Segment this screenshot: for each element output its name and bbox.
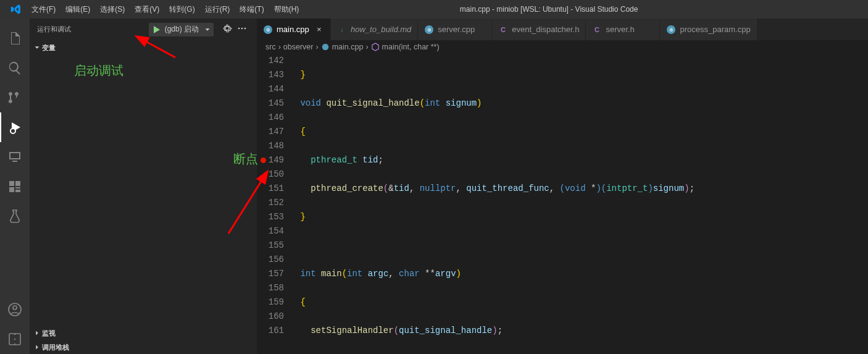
chevron-down-icon (32, 43, 42, 52)
section-watch-header[interactable]: 监视 (30, 326, 257, 340)
menu-edit[interactable]: 编辑(E) (61, 0, 95, 19)
section-variables-label: 变量 (42, 43, 56, 53)
svg-point-16 (322, 44, 328, 51)
vscode-logo-icon (5, 4, 27, 15)
start-debug-button[interactable] (149, 23, 164, 36)
menu-file[interactable]: 文件(F) (27, 0, 61, 19)
tab-main-cpp[interactable]: ⊕ main.cpp × (257, 19, 331, 40)
run-config-selector[interactable]: (gdb) 启动 (149, 23, 214, 36)
section-callstack: 调用堆栈 (30, 340, 257, 354)
svg-point-2 (13, 306, 17, 310)
breadcrumb[interactable]: src › observer › main.cpp › main(int, ch… (257, 40, 868, 54)
svg-point-5 (241, 28, 243, 30)
method-icon (371, 43, 380, 51)
tab-label: main.cpp (277, 25, 309, 34)
section-watch: 监视 (30, 326, 257, 340)
cpp-file-icon: ⊕ (263, 25, 273, 35)
explorer-icon[interactable] (0, 23, 30, 53)
activity-bar (0, 19, 30, 354)
source-control-icon[interactable] (0, 83, 30, 112)
svg-text:⊕: ⊕ (427, 27, 432, 33)
close-icon[interactable]: × (314, 25, 324, 34)
tab-label: event_dispatcher.h (512, 25, 579, 34)
menu-selection[interactable]: 选择(S) (95, 0, 130, 19)
window-title: main.cpp - miniob [WSL: Ubuntu] - Visual… (304, 5, 794, 14)
c-file-icon: C (592, 25, 602, 35)
code-editor[interactable]: 142 143 144 145 146 147 148 149 150 151 … (257, 54, 868, 354)
menu-bar: 文件(F) 编辑(E) 选择(S) 查看(V) 转到(G) 运行(R) 终端(T… (27, 0, 304, 19)
tab-label: server.h (606, 25, 634, 34)
sidebar: 运行和调试 (gdb) 启动 变量 (30, 19, 257, 354)
menu-help[interactable]: 帮助(H) (269, 0, 304, 19)
remote-explorer-icon[interactable] (0, 142, 30, 172)
crumb-file-label: main.cpp (332, 43, 364, 51)
cpp-file-icon: ⊕ (424, 25, 434, 35)
tab-server-cpp[interactable]: ⊕ server.cpp (418, 19, 492, 40)
gear-icon[interactable] (220, 23, 235, 35)
editor-area: ⊕ main.cpp × ↓ how_to_build.md ⊕ server.… (257, 19, 868, 354)
svg-point-4 (238, 28, 240, 30)
section-callstack-header[interactable]: 调用堆栈 (30, 340, 257, 354)
svg-text:C: C (595, 26, 599, 33)
menu-view[interactable]: 查看(V) (130, 0, 164, 19)
code-body[interactable]: } void quit_signal_handle(int signum) { … (295, 54, 868, 354)
menu-terminal[interactable]: 终端(T) (235, 0, 269, 19)
more-icon[interactable] (235, 23, 249, 35)
section-watch-label: 监视 (42, 329, 56, 338)
tab-how-to-build[interactable]: ↓ how_to_build.md (331, 19, 418, 40)
chevron-right-icon (32, 329, 42, 337)
crumb-observer[interactable]: observer (283, 43, 314, 51)
c-file-icon: C (498, 25, 508, 35)
manage-icon[interactable] (0, 324, 30, 354)
chevron-right-icon: › (315, 43, 318, 51)
chevron-right-icon: › (278, 43, 281, 51)
cpp-file-icon (321, 43, 330, 51)
tab-server-h[interactable]: C server.h (586, 19, 660, 40)
svg-point-0 (10, 129, 15, 133)
crumb-symbol-label: main(int, char **) (382, 43, 440, 51)
md-file-icon: ↓ (337, 25, 347, 35)
sidebar-header: 运行和调试 (gdb) 启动 (30, 19, 257, 40)
sidebar-title: 运行和调试 (37, 25, 149, 34)
chevron-down-icon[interactable] (201, 25, 214, 34)
svg-text:↓: ↓ (341, 27, 344, 33)
svg-point-6 (244, 28, 246, 30)
tab-label: process_param.cpp (680, 25, 750, 34)
svg-text:⊕: ⊕ (669, 27, 674, 33)
editor-tabs: ⊕ main.cpp × ↓ how_to_build.md ⊕ server.… (257, 19, 868, 40)
menu-run[interactable]: 运行(R) (200, 0, 235, 19)
title-bar: 文件(F) 编辑(E) 选择(S) 查看(V) 转到(G) 运行(R) 终端(T… (0, 0, 868, 19)
chevron-right-icon: › (365, 43, 368, 51)
breakpoint-icon[interactable] (261, 158, 266, 163)
tab-label: server.cpp (438, 25, 475, 34)
tab-label: how_to_build.md (351, 25, 411, 34)
testing-icon[interactable] (0, 201, 30, 231)
svg-text:C: C (501, 26, 506, 33)
extensions-icon[interactable] (0, 172, 30, 201)
cpp-file-icon: ⊕ (666, 25, 676, 35)
crumb-symbol[interactable]: main(int, char **) (371, 43, 440, 51)
line-gutter[interactable]: 142 143 144 145 146 147 148 149 150 151 … (257, 54, 295, 354)
debug-config-name[interactable]: (gdb) 启动 (164, 24, 201, 35)
tab-process-param[interactable]: ⊕ process_param.cpp (660, 19, 757, 40)
section-variables: 变量 (30, 40, 257, 326)
crumb-file[interactable]: main.cpp (321, 43, 364, 51)
section-variables-header[interactable]: 变量 (30, 41, 257, 54)
crumb-src[interactable]: src (265, 43, 276, 51)
search-icon[interactable] (0, 53, 30, 83)
section-callstack-label: 调用堆栈 (42, 343, 69, 352)
chevron-right-icon (32, 343, 42, 352)
menu-go[interactable]: 转到(G) (164, 0, 199, 19)
run-debug-icon[interactable] (0, 112, 30, 142)
svg-text:⊕: ⊕ (266, 27, 270, 33)
tab-event-dispatcher[interactable]: C event_dispatcher.h (492, 19, 586, 40)
accounts-icon[interactable] (0, 295, 30, 324)
